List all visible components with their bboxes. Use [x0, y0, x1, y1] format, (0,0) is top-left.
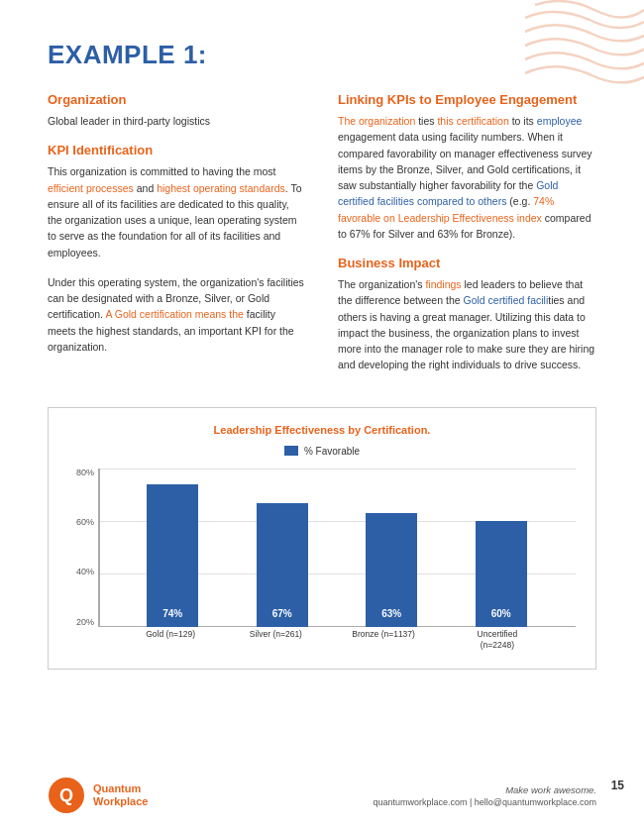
highlight-gold: A Gold certification means the — [105, 308, 244, 320]
hl-findings: findings — [425, 278, 461, 290]
linking-heading: Linking KPIs to Employee Engagement — [338, 92, 596, 107]
bar-group-uncertified: 60% — [476, 521, 527, 627]
y-label-80: 80% — [76, 468, 94, 477]
y-label-40: 40% — [76, 568, 94, 576]
kpi-para1: This organization is committed to having… — [48, 163, 306, 260]
x-labels-row: Gold (n=129) Silver (n=261) Bronze (n=11… — [98, 629, 576, 657]
y-label-20: 20% — [76, 618, 94, 627]
chart-legend: % Favorable — [68, 446, 576, 457]
y-axis: 80% 60% 40% 20% — [68, 468, 98, 627]
main-title: EXAMPLE 1: — [48, 40, 596, 70]
org-text: Global leader in third-party logistics — [48, 113, 306, 129]
svg-text:Q: Q — [59, 785, 73, 805]
footer-tagline: Make work awesome. — [505, 784, 596, 795]
x-label-silver: Silver (n=261) — [246, 629, 305, 640]
bar-silver: 67% — [257, 503, 308, 627]
linking-text: The organization ties this certification… — [338, 113, 596, 242]
hl-org: The organization — [338, 115, 415, 127]
y-label-60: 60% — [76, 518, 94, 527]
hl-gold-fac: Gold certified facilities compared to ot… — [338, 179, 558, 207]
deco-top-right — [525, 0, 644, 89]
bar-bronze: 63% — [366, 513, 417, 627]
x-label-uncertified: Uncertified (n=2248) — [462, 629, 533, 651]
two-col-layout: Organization Global leader in third-part… — [48, 92, 596, 387]
hl-cert: this certification — [437, 115, 508, 127]
kpi-para2: Under this operating system, the organiz… — [48, 274, 306, 355]
business-text: The organization's findings led leaders … — [338, 276, 596, 373]
bar-uncertified: 60% — [476, 521, 527, 627]
highlight-standards: highest operating standards — [157, 182, 285, 194]
business-heading: Business Impact — [338, 256, 596, 270]
hl-employee: employee — [537, 115, 583, 127]
x-label-bronze: Bronze (n=1137) — [352, 629, 416, 640]
page-number: 15 — [611, 779, 624, 792]
x-label-gold: Gold (n=129) — [141, 629, 200, 640]
left-column: Organization Global leader in third-part… — [48, 92, 306, 387]
bar-label-silver: 67% — [272, 608, 292, 619]
logo-icon: Q — [48, 777, 85, 814]
legend-label: % Favorable — [304, 446, 360, 457]
highlight-efficient: efficient processes — [48, 182, 134, 194]
page: EXAMPLE 1: Organization Global leader in… — [0, 0, 644, 832]
footer: Q Quantum Workplace Make work awesome. q… — [0, 777, 644, 814]
bar-label-bronze: 63% — [381, 608, 401, 619]
bar-gold: 74% — [147, 484, 198, 627]
bar-group-bronze: 63% — [366, 513, 417, 627]
bar-group-gold: 74% — [147, 484, 198, 627]
footer-logo-line2: Workplace — [93, 795, 148, 808]
footer-logo-line1: Quantum — [93, 782, 148, 795]
org-heading: Organization — [48, 92, 306, 107]
chart-wrapper: 80% 60% 40% 20% 74% — [68, 468, 576, 657]
chart-section: Leadership Effectiveness by Certificatio… — [48, 407, 596, 670]
kpi-heading: KPI Identification — [48, 143, 306, 157]
right-column: Linking KPIs to Employee Engagement The … — [338, 92, 596, 387]
footer-logo: Q Quantum Workplace — [48, 777, 148, 814]
bar-label-gold: 74% — [162, 608, 182, 619]
bar-label-uncertified: 60% — [491, 608, 511, 619]
footer-logo-text: Quantum Workplace — [93, 782, 148, 808]
footer-contact: quantumworkplace.com | hello@quantumwork… — [373, 797, 596, 807]
chart-title: Leadership Effectiveness by Certificatio… — [68, 424, 576, 436]
bar-group-silver: 67% — [257, 503, 308, 627]
hl-gold-cert: Gold certified facili — [463, 294, 548, 306]
kpi-section: KPI Identification This organization is … — [48, 143, 306, 355]
legend-box — [284, 446, 298, 456]
footer-right: Make work awesome. quantumworkplace.com … — [373, 784, 596, 807]
bars-container: 74% 67% 63% 60 — [98, 468, 576, 627]
